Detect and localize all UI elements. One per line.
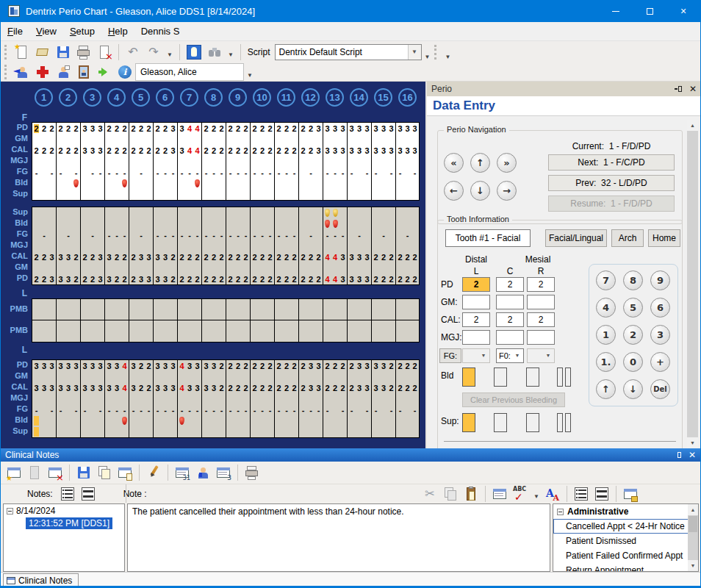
chart-column[interactable]: 333333-- (395, 123, 420, 200)
nav-down-button[interactable]: ↓ (470, 181, 490, 201)
minimize-button[interactable] (599, 0, 633, 22)
keypad-5-button[interactable]: 5 (623, 298, 643, 318)
keypad-8-button[interactable]: 8 (623, 270, 643, 290)
pin-icon[interactable] (675, 85, 682, 93)
patient-name-field[interactable]: Gleason, Alice (135, 63, 244, 81)
gm-center-field[interactable] (496, 295, 524, 309)
cal-distal-field[interactable]: 2 (462, 312, 490, 327)
tooth-circle[interactable]: 5 (132, 88, 150, 107)
chart-column[interactable] (395, 299, 420, 342)
save-exam-icon[interactable] (55, 44, 71, 60)
template-item[interactable]: Patient Failed Confirmed Appt (553, 548, 698, 563)
template-item[interactable]: Cancelled Appt < 24-Hr Notice (553, 519, 698, 534)
sup-double-box[interactable] (557, 413, 571, 432)
keypad-2-button[interactable]: 2 (623, 325, 643, 345)
bld-center-box[interactable] (494, 368, 507, 387)
chart-column[interactable]: 222222--- (274, 123, 298, 200)
chart-column[interactable]: -332332 (56, 207, 80, 284)
select-patient-icon[interactable]: ◄ (14, 64, 30, 80)
chart-column[interactable]: 223223--- (153, 123, 177, 200)
chart-column[interactable]: ---322322 (104, 207, 129, 284)
patient-picture-icon[interactable] (76, 64, 92, 80)
chart-column[interactable]: 222222--- (250, 123, 274, 200)
copy-icon[interactable] (442, 486, 459, 502)
gm-distal-field[interactable] (462, 295, 490, 309)
chart-column[interactable]: 222222- (129, 123, 153, 200)
bld-distal-box[interactable] (462, 368, 475, 387)
redo-icon[interactable]: ↷ (145, 44, 162, 60)
nav-skip-forward-button[interactable]: » (497, 153, 517, 173)
nav-left-button[interactable]: ← (444, 181, 464, 201)
patient-overflow-icon[interactable]: ▼ (247, 72, 253, 81)
insert-template-icon[interactable] (622, 486, 639, 502)
delete-exam-icon[interactable]: × (96, 44, 112, 60)
chart-column[interactable] (347, 299, 371, 342)
insert-date-icon[interactable]: 3 (215, 465, 231, 481)
scroll-down-icon[interactable]: ▼ (688, 560, 698, 571)
search-icon[interactable] (206, 44, 223, 60)
chart-column[interactable]: 322322--- (129, 360, 153, 437)
chart-column[interactable] (274, 299, 298, 342)
keypad-9-button[interactable]: 9 (650, 270, 670, 290)
chart-column[interactable]: 233233--- (298, 360, 323, 437)
chevron-down-icon[interactable]: ▼ (408, 45, 421, 60)
menu-file[interactable]: File (1, 23, 29, 40)
clinical-notes-tab[interactable]: Clinical Notes (3, 573, 79, 587)
menu-view[interactable]: View (29, 23, 63, 40)
template-item[interactable]: Patient Dismissed (553, 534, 698, 548)
tooth-circle[interactable]: 16 (398, 88, 417, 107)
chart-column[interactable]: 344344--- (177, 123, 201, 200)
notes-tree-pane[interactable]: 8/14/2024 12:31:52 PM [DDS1] (3, 503, 125, 572)
chart-column[interactable]: 333333-- (56, 360, 80, 437)
chart-column[interactable]: 222222--- (250, 360, 274, 437)
pin-icon[interactable] (674, 451, 681, 459)
chart-column[interactable]: 332332--- (201, 360, 226, 437)
health-history-icon[interactable] (35, 64, 51, 80)
pd-center-field[interactable]: 2 (496, 277, 524, 292)
new-note-icon[interactable]: ★ (6, 465, 22, 481)
tooth-circle[interactable]: 1 (35, 88, 53, 107)
chart-column[interactable]: ---222222 (201, 207, 226, 284)
chart-column[interactable]: 433433--- (177, 360, 201, 437)
print-exam-icon[interactable] (76, 44, 92, 60)
toolbar-drag-handle[interactable] (434, 45, 439, 60)
chart-column[interactable]: 222222-- (323, 360, 347, 437)
menu-setup[interactable]: Setup (63, 23, 101, 40)
tooth-circle[interactable]: 2 (59, 88, 77, 107)
scrollbar-thumb[interactable] (689, 516, 697, 532)
keypad-7-button[interactable]: 7 (596, 270, 616, 290)
chart-column[interactable]: -223223 (32, 207, 56, 284)
blank-page-icon[interactable] (26, 465, 43, 481)
chart-column[interactable] (32, 299, 56, 342)
print-notes-icon[interactable] (244, 465, 260, 481)
bld-mesial-box[interactable] (526, 368, 539, 387)
script-select[interactable]: Dentrix Default Script▼ (275, 44, 422, 60)
chart-column[interactable] (250, 299, 274, 342)
gm-mesial-field[interactable] (527, 295, 555, 309)
maximize-button[interactable] (633, 0, 666, 22)
keypad-del-button[interactable]: Del (650, 379, 670, 399)
spell-check-icon[interactable]: ABC✓ (512, 486, 528, 502)
script-overflow-icon[interactable]: ▼ (425, 54, 431, 62)
chart-column[interactable] (56, 299, 80, 342)
chart-column[interactable]: 333333-- (80, 123, 104, 200)
keypad-1dot-button[interactable]: 1. (596, 352, 616, 372)
keypad-up-button[interactable]: ↑ (596, 379, 616, 399)
keypad-plus-button[interactable]: + (650, 352, 670, 372)
chart-column[interactable]: ---222222 (177, 207, 201, 284)
patient-alerts-icon[interactable] (55, 64, 71, 80)
insert-calendar-icon[interactable] (492, 486, 508, 502)
tooth-circle[interactable]: 11 (277, 88, 295, 107)
tooth-circle[interactable]: 8 (204, 88, 223, 107)
tooth-circle[interactable]: 7 (180, 88, 198, 107)
chart-column[interactable]: 222222--- (226, 360, 250, 437)
scroll-down-icon[interactable]: ▼ (687, 437, 698, 448)
chart-column[interactable]: 333333--- (153, 360, 177, 437)
tooth-circle[interactable]: 3 (83, 88, 101, 107)
clinical-notes-close-icon[interactable]: ✕ (689, 451, 696, 459)
note-entry-row[interactable]: 12:31:52 PM [DDS1] (4, 516, 124, 529)
font-color-icon[interactable]: AA (544, 486, 561, 502)
note-detail-icon[interactable] (594, 486, 610, 502)
chart-column[interactable]: -222222 (371, 207, 395, 284)
chart-column[interactable]: 222222-- (395, 360, 420, 437)
